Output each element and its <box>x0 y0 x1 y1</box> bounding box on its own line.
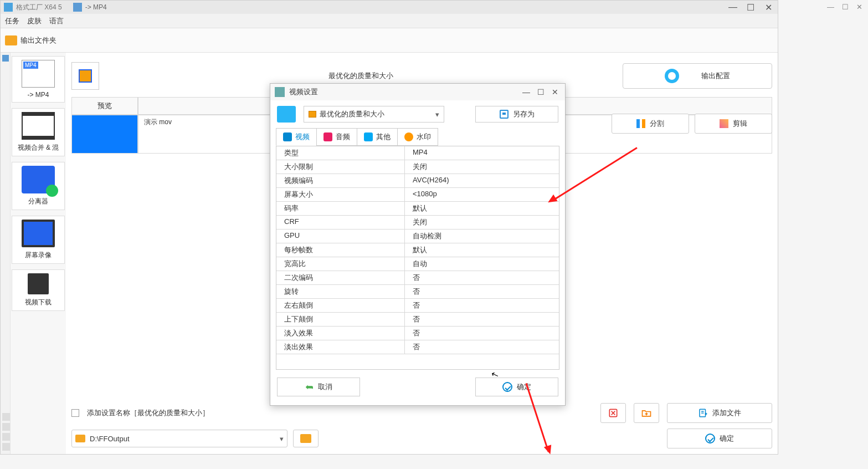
sidebar-item-mp4[interactable]: -> MP4 <box>12 56 65 103</box>
add-name-checkbox[interactable] <box>71 409 79 417</box>
setting-value[interactable]: 否 <box>405 327 559 340</box>
dialog-close-button[interactable]: ✕ <box>549 88 561 96</box>
main-ok-button[interactable]: 确定 <box>667 429 772 448</box>
settings-row[interactable]: 类型MP4 <box>276 146 559 160</box>
setting-value[interactable]: 默认 <box>405 243 559 257</box>
check-icon <box>705 434 715 443</box>
settings-row[interactable]: 二次编码否 <box>276 271 559 284</box>
setting-value[interactable]: 否 <box>405 313 559 326</box>
trim-button[interactable]: 剪辑 <box>695 114 772 134</box>
tab-video[interactable]: 视频 <box>276 128 317 146</box>
cancel-button[interactable]: ➦ 取消 <box>277 378 360 396</box>
preset-select[interactable]: 最优化的质量和大小 ▾ <box>304 106 444 123</box>
tab-other[interactable]: 其他 <box>357 128 398 146</box>
settings-row[interactable]: 大小限制关闭 <box>276 160 559 174</box>
os-max-button[interactable]: ☐ <box>842 3 849 11</box>
setting-value[interactable]: <1080p <box>405 188 559 201</box>
settings-row[interactable]: 视频编码AVC(H264) <box>276 174 559 187</box>
settings-row[interactable]: 每秒帧数默认 <box>276 243 559 257</box>
tab-label: 音频 <box>336 132 350 142</box>
setting-value[interactable]: 自动检测 <box>405 230 559 243</box>
settings-row[interactable]: CRF关闭 <box>276 215 559 229</box>
dialog-max-button[interactable]: ☐ <box>535 88 546 96</box>
setting-key: 淡出效果 <box>276 340 405 354</box>
setting-value[interactable]: 关闭 <box>405 216 559 229</box>
setting-key: 视频编码 <box>276 174 405 187</box>
other-tab-icon <box>364 132 373 141</box>
setting-value[interactable]: 自动 <box>405 257 559 271</box>
setting-key: 左右颠倒 <box>276 299 405 312</box>
setting-value[interactable]: AVC(H264) <box>405 174 559 187</box>
sidebar-item-merge[interactable]: 视频合并 & 混 <box>12 108 65 156</box>
col-preview[interactable]: 预览 <box>71 97 138 115</box>
os-close-button[interactable]: ✕ <box>856 3 862 11</box>
maximize-button[interactable]: ☐ <box>744 2 757 13</box>
dialog-min-button[interactable]: — <box>521 88 532 96</box>
menu-tasks[interactable]: 任务 <box>5 16 19 26</box>
setting-key: 淡入效果 <box>276 327 405 340</box>
menu-skin[interactable]: 皮肤 <box>27 16 42 26</box>
setting-value[interactable]: 否 <box>405 299 559 312</box>
settings-row[interactable]: 屏幕大小<1080p <box>276 187 559 201</box>
setting-value[interactable]: 否 <box>405 271 559 284</box>
split-button[interactable]: 分割 <box>612 114 689 134</box>
add-folder-icon <box>641 407 652 419</box>
audio-tab-icon <box>323 132 332 141</box>
topstrip: 输出文件夹 <box>1 28 778 53</box>
setting-key: 屏幕大小 <box>276 188 405 201</box>
sidebar-item-download[interactable]: 视频下载 <box>12 269 65 311</box>
settings-row[interactable]: 旋转否 <box>276 284 559 298</box>
setting-value[interactable]: 否 <box>405 285 559 298</box>
output-path-text: D:\FFOutput <box>90 435 130 443</box>
chevron-down-icon: ▾ <box>435 110 439 119</box>
strip-icon <box>2 55 9 62</box>
sidebar-item-screenrec[interactable]: 屏幕录像 <box>12 216 65 264</box>
setting-key: 上下颠倒 <box>276 313 405 326</box>
os-min-button[interactable]: — <box>827 3 834 11</box>
menu-language[interactable]: 语言 <box>49 16 64 26</box>
setting-value[interactable]: 默认 <box>405 202 559 215</box>
save-as-button[interactable]: 另存为 <box>475 106 558 123</box>
sidebar-item-splitter[interactable]: 分离器 <box>12 162 65 210</box>
remove-icon <box>608 407 619 419</box>
add-file-button[interactable]: 添加文件 <box>667 403 772 423</box>
setting-value[interactable]: MP4 <box>405 146 559 160</box>
add-folder-button[interactable] <box>634 403 659 423</box>
close-button[interactable]: ✕ <box>762 2 774 13</box>
ok-label: 确定 <box>517 382 531 392</box>
output-config-button[interactable]: 输出配置 <box>623 63 772 89</box>
save-as-label: 另存为 <box>513 109 535 119</box>
ok-button[interactable]: 确定 <box>475 378 558 396</box>
tab-label: 视频 <box>295 132 310 142</box>
mp4-badge-icon <box>73 3 82 12</box>
mini-icon <box>2 443 10 451</box>
dialog-titlebar: 视频设置 — ☐ ✕ <box>270 84 565 100</box>
mp4-file-icon <box>22 60 55 88</box>
trim-icon <box>720 119 728 128</box>
settings-row[interactable]: 码率默认 <box>276 201 559 215</box>
tab-watermark[interactable]: 水印 <box>397 128 438 146</box>
output-folder-label[interactable]: 输出文件夹 <box>20 35 57 45</box>
split-label: 分割 <box>650 119 664 129</box>
side-strip <box>1 53 11 454</box>
tab-audio[interactable]: 音频 <box>316 128 357 146</box>
browse-folder-button[interactable] <box>293 430 319 447</box>
output-path-input[interactable]: D:\FFOutput ▾ <box>71 430 287 447</box>
trim-label: 剪辑 <box>733 119 747 129</box>
setting-value[interactable]: 关闭 <box>405 160 559 174</box>
settings-row[interactable]: 宽高比自动 <box>276 257 559 271</box>
remove-button[interactable] <box>600 403 626 423</box>
splitter-icon <box>22 166 55 193</box>
settings-row[interactable]: 淡入效果否 <box>276 326 559 340</box>
setting-value[interactable]: 否 <box>405 340 559 354</box>
folder-icon <box>75 435 85 442</box>
settings-row[interactable]: 左右颠倒否 <box>276 298 559 312</box>
minimize-button[interactable]: — <box>727 2 739 13</box>
settings-row[interactable]: 上下颠倒否 <box>276 312 559 326</box>
app-title: 格式工厂 X64 5 <box>16 3 62 12</box>
dialog-buttons: ➦ 取消 确定 <box>270 370 565 405</box>
preset-badge-icon <box>309 111 316 118</box>
settings-row[interactable]: 淡出效果否 <box>276 340 559 354</box>
preset-label: 最优化的质量和大小 <box>320 109 384 119</box>
settings-row[interactable]: GPU自动检测 <box>276 229 559 243</box>
